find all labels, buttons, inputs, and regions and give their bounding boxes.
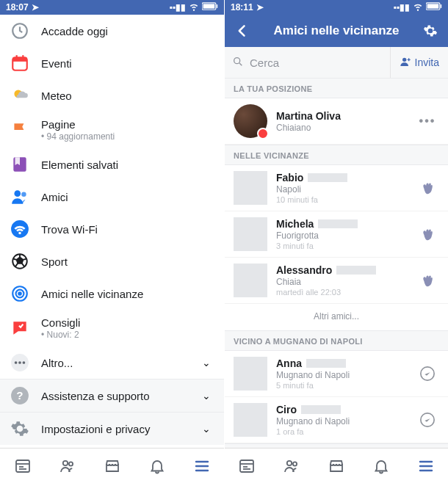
friend-location: Fuorigrotta	[276, 230, 416, 241]
wifi-icon	[189, 1, 199, 14]
chat-icon	[10, 319, 29, 338]
friend-name: Alessandro	[276, 264, 332, 276]
chevron-down-icon: ⌄	[202, 357, 214, 368]
friend-row[interactable]: Anna Mugnano di Napoli 5 minuti fa	[225, 351, 448, 397]
header-title: Amici nelle vicinanze	[253, 23, 420, 38]
svg-point-20	[15, 361, 18, 364]
tab-friends[interactable]	[270, 448, 314, 483]
invite-button[interactable]: Invita	[390, 47, 448, 78]
svg-rect-2	[203, 4, 215, 8]
redacted-surname	[336, 266, 376, 275]
tab-bar	[225, 448, 448, 483]
friend-row[interactable]: Ciro Mugnano di Napoli 1 ora fa	[225, 397, 448, 443]
signal-icon: ▪▪▮▮	[169, 2, 186, 12]
svg-line-38	[239, 63, 242, 65]
friend-row[interactable]: Fabio Napoli 10 minuti fa	[225, 165, 448, 211]
friend-location: Napoli	[276, 184, 416, 195]
tab-menu[interactable]	[403, 448, 448, 483]
tab-marketplace[interactable]	[90, 448, 134, 483]
menu-item-more[interactable]: Altro... ⌄	[0, 346, 224, 379]
menu-item-nearby[interactable]: Amici nelle vicinanze	[0, 277, 224, 310]
redacted-surname	[301, 405, 341, 414]
menu-item-label: Assistenza e supporto	[41, 390, 202, 402]
wave-button[interactable]	[416, 180, 439, 196]
menu-item-pages[interactable]: Pagine • 94 aggiornamenti	[0, 112, 224, 148]
menu-item-label: Meteo	[41, 90, 214, 102]
bookmark-icon	[10, 155, 29, 174]
menu-item-sub: • 94 aggiornamenti	[41, 131, 214, 142]
chevron-down-icon: ⌄	[202, 390, 214, 402]
menu-item-label: Pagine	[41, 118, 214, 131]
svg-text:?: ?	[16, 389, 23, 402]
status-right-icons: ▪▪▮▮	[393, 1, 442, 14]
menu-item-wifi[interactable]: Trova Wi-Fi	[0, 213, 224, 245]
friend-row[interactable]: Michela Fuorigrotta 3 minuti fa	[225, 211, 448, 258]
wave-button[interactable]	[416, 272, 439, 288]
search-icon	[232, 56, 244, 70]
svg-point-30	[68, 462, 72, 465]
battery-icon	[426, 2, 442, 12]
your-position-row[interactable]: Martina Oliva Chiaiano •••	[225, 98, 448, 145]
avatar	[234, 217, 267, 251]
me-name: Martina Oliva	[276, 110, 416, 122]
friend-name: Fabio	[276, 172, 303, 184]
section-your-position: LA TUA POSIZIONE	[225, 78, 448, 98]
message-button[interactable]	[416, 412, 439, 428]
svg-point-11	[21, 192, 26, 197]
menu-item-saved[interactable]: Elementi salvati	[0, 148, 224, 181]
menu-item-help[interactable]: ? Assistenza e supporto ⌄	[0, 380, 224, 412]
menu-item-events[interactable]: Eventi	[0, 47, 224, 79]
svg-point-39	[402, 57, 406, 61]
svg-rect-36	[427, 4, 439, 8]
friend-row[interactable]: Alessandro Chiaia martedì alle 22:03	[225, 258, 448, 304]
more-options-button[interactable]: •••	[416, 115, 439, 128]
redacted-surname	[306, 359, 346, 368]
menu-item-label: Eventi	[41, 57, 214, 70]
tab-feed[interactable]	[225, 448, 270, 483]
menu-item-label: Impostazioni e privacy	[41, 423, 202, 435]
tab-menu[interactable]	[179, 448, 224, 483]
clock-icon	[10, 21, 29, 40]
menu-item-today[interactable]: Accadde oggi	[0, 15, 224, 47]
gear-icon	[10, 419, 29, 438]
svg-point-18	[18, 292, 21, 294]
ball-icon	[10, 252, 29, 271]
wifi-icon	[10, 219, 29, 239]
search-input[interactable]: Cerca	[225, 56, 390, 70]
menu-item-sport[interactable]: Sport	[0, 245, 224, 277]
radar-icon	[10, 284, 29, 303]
wave-button[interactable]	[416, 226, 439, 242]
more-friends-link[interactable]: Altri amici...	[225, 304, 448, 330]
tab-friends[interactable]	[45, 448, 90, 483]
friend-time: martedì alle 22:03	[276, 288, 416, 297]
svg-point-22	[23, 361, 26, 364]
tab-notifications[interactable]	[134, 448, 179, 483]
section-mugnano: VICINO A MUGNANO DI NAPOLI	[225, 330, 448, 351]
screen-nearby: 18:11➤ ▪▪▮▮ Amici nelle vicinanze Cerca …	[224, 0, 448, 483]
status-right-icons: ▪▪▮▮	[169, 1, 218, 14]
avatar	[234, 171, 267, 205]
redacted-surname	[308, 173, 347, 182]
friend-time: 1 ora fa	[276, 427, 416, 436]
tab-notifications[interactable]	[358, 448, 403, 483]
header: Amici nelle vicinanze	[225, 15, 448, 47]
friend-location: Mugnano di Napoli	[276, 370, 416, 380]
menu-item-weather[interactable]: Meteo	[0, 79, 224, 112]
menu-item-settings[interactable]: Impostazioni e privacy ⌄	[0, 413, 224, 445]
menu-item-tips[interactable]: Consigli • Nuovi: 2	[0, 310, 224, 346]
tab-feed[interactable]	[0, 448, 45, 483]
menu-item-label: Amici nelle vicinanze	[41, 288, 214, 300]
svg-rect-25	[16, 460, 29, 472]
signal-icon: ▪▪▮▮	[393, 2, 410, 12]
svg-rect-6	[16, 55, 18, 59]
menu-item-label: Altro...	[41, 357, 202, 369]
tab-marketplace[interactable]	[314, 448, 359, 483]
message-button[interactable]	[416, 366, 439, 382]
friend-name: Ciro	[276, 404, 297, 415]
settings-button[interactable]	[420, 23, 441, 38]
avatar	[234, 104, 267, 138]
section-nearby: NELLE VICINANZE	[225, 145, 448, 165]
back-button[interactable]	[232, 23, 253, 38]
menu-item-friends[interactable]: Amici	[0, 181, 224, 213]
sun-icon	[10, 86, 29, 105]
